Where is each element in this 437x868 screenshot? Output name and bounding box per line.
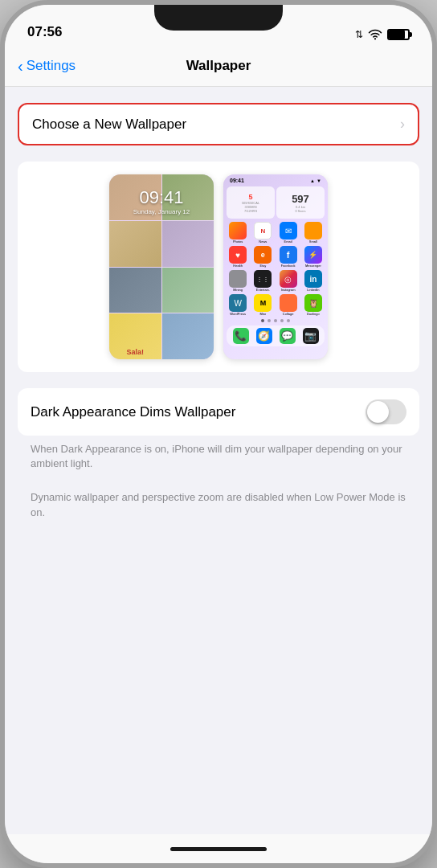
app-messenger-icon[interactable]: ⚡ Messenger: [302, 246, 325, 268]
page-dots: [223, 317, 328, 324]
page-title: Wallpaper: [186, 58, 251, 74]
dark-appearance-label: Dark Appearance Dims Wallpaper: [31, 404, 235, 420]
dock-safari-icon[interactable]: 🧭: [256, 328, 272, 344]
lock-time: 09:41: [109, 187, 214, 208]
status-time: 07:56: [27, 24, 62, 40]
dock-messages-icon[interactable]: 💬: [280, 328, 296, 344]
screen-content: Choose a New Wallpaper › Sala! 09:41: [5, 87, 432, 834]
choose-wallpaper-label: Choose a New Wallpaper: [32, 117, 186, 133]
app-entertainment-icon[interactable]: ⋮⋮ Entertain.: [251, 270, 274, 292]
app-instagram-icon[interactable]: ◎ Instagram: [277, 270, 300, 292]
dock-camera-icon[interactable]: 📷: [303, 328, 319, 344]
chevron-right-icon: ›: [400, 116, 405, 133]
back-label: Settings: [27, 58, 76, 74]
toggle-knob: [367, 401, 389, 423]
app-mining-icon[interactable]: Mining: [227, 270, 249, 292]
app-small-icon[interactable]: Small: [302, 222, 325, 244]
dark-appearance-section: Dark Appearance Dims Wallpaper: [18, 388, 419, 436]
app-grid: Photos N News ✉ Email: [223, 220, 328, 317]
page-dot-3: [274, 319, 277, 322]
pedometer-widget: 597 0.4 km 0 floors: [276, 186, 325, 219]
app-photos-icon[interactable]: Photos: [227, 222, 249, 244]
home-status-time: 09:41: [230, 178, 244, 183]
status-icons: ⇅: [355, 29, 410, 40]
volume-down-button: [0, 226, 2, 274]
app-duolingo-icon[interactable]: 🦉 Duolingo: [302, 294, 325, 316]
signal-icon: ⇅: [355, 29, 363, 40]
app-wordpress-icon[interactable]: W WordPress: [227, 294, 249, 316]
dark-appearance-toggle[interactable]: [366, 399, 406, 424]
home-screen-content: 09:41 ▲ ▼ 5 509/650CAL 3/30MIN 7/12HRS: [223, 174, 328, 359]
phone-frame: 07:56 ⇅ ‹ Settings Wallpaper Choose a N: [0, 0, 437, 868]
home-status-icons: ▲ ▼: [310, 178, 321, 183]
notch: [154, 5, 283, 31]
silent-switch: [0, 125, 2, 154]
choose-wallpaper-row[interactable]: Choose a New Wallpaper ›: [19, 104, 418, 144]
low-power-info: Dynamic wallpaper and perspective zoom a…: [5, 477, 432, 526]
lock-screen-preview[interactable]: Sala! 09:41 Sunday, January 12: [109, 174, 214, 359]
app-linkedin-icon[interactable]: in LinkedIn: [302, 270, 325, 292]
lock-cell-5: [109, 268, 161, 313]
svg-point-0: [374, 38, 376, 39]
wallpaper-preview-section: Sala! 09:41 Sunday, January 12 09:41 ▲ ▼: [18, 162, 419, 372]
app-miro-icon[interactable]: M Miro: [251, 294, 274, 316]
wifi-icon: [368, 29, 382, 40]
app-etsy-icon[interactable]: e Etsy: [251, 246, 274, 268]
choose-wallpaper-container: Choose a New Wallpaper ›: [18, 103, 419, 145]
lock-cell-3: [109, 221, 161, 267]
lock-cell-4: [162, 221, 214, 267]
home-wifi-icon: ▼: [317, 178, 321, 183]
page-dot-1: [261, 319, 264, 322]
home-indicator: [5, 834, 432, 863]
fitness-widget: 5 509/650CAL 3/30MIN 7/12HRS: [227, 186, 275, 219]
home-bar[interactable]: [170, 847, 267, 851]
lock-date: Sunday, January 12: [109, 208, 214, 215]
home-status-bar: 09:41 ▲ ▼: [223, 174, 328, 185]
page-dot-5: [287, 319, 290, 322]
volume-up-button: [0, 166, 2, 214]
app-news-icon[interactable]: N News: [251, 222, 274, 244]
home-widgets: 5 509/650CAL 3/30MIN 7/12HRS 597 0.4 km …: [223, 185, 328, 220]
back-chevron-icon: ‹: [18, 58, 23, 74]
home-screen-preview[interactable]: 09:41 ▲ ▼ 5 509/650CAL 3/30MIN 7/12HRS: [223, 174, 328, 359]
nav-bar: ‹ Settings Wallpaper: [5, 45, 432, 87]
back-button[interactable]: ‹ Settings: [18, 58, 76, 74]
lock-cell-8: [162, 313, 214, 359]
page-dot-4: [280, 319, 284, 322]
home-signal-icon: ▲: [310, 178, 315, 183]
app-collage-icon[interactable]: Collage: [277, 294, 300, 316]
page-dot-2: [268, 319, 271, 322]
dark-appearance-info: When Dark Appearance is on, iPhone will …: [5, 436, 432, 477]
battery-icon: [387, 29, 410, 40]
app-email-icon[interactable]: ✉ Email: [277, 222, 300, 244]
lock-cell-7: Sala!: [109, 313, 161, 359]
dock: 📞 🧭 💬 📷: [227, 326, 325, 346]
dock-phone-icon[interactable]: 📞: [233, 328, 249, 344]
app-health-icon[interactable]: ♥ Health: [227, 246, 249, 268]
dark-appearance-row: Dark Appearance Dims Wallpaper: [18, 388, 419, 436]
lock-cell-6: [162, 268, 214, 313]
app-facebook-icon[interactable]: f Facebook: [277, 246, 300, 268]
